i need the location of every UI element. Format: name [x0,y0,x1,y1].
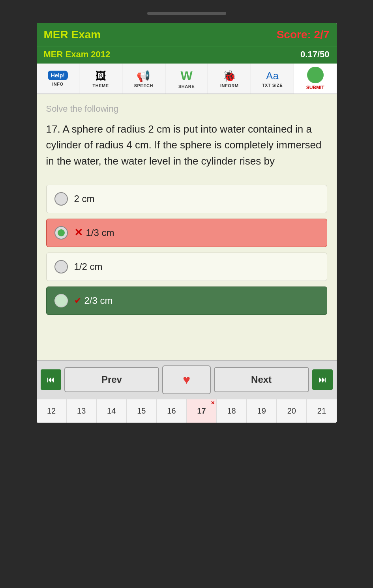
prev-button[interactable]: Prev [64,367,159,392]
header-sub: MER Exam 2012 0.17/50 [37,47,337,64]
inform-button[interactable]: 🐞 INFORM [208,64,251,94]
inform-label: INFORM [220,83,238,88]
share-button[interactable]: W SHARE [165,64,208,94]
radio-a [54,192,68,206]
txtsize-label: TXT SIZE [262,83,283,88]
page-18[interactable]: 18 [217,399,247,423]
app-container: MER Exam Score: 2/7 MER Exam 2012 0.17/5… [37,23,337,423]
option-d-text: 2/3 cm [84,295,113,306]
page-15[interactable]: 15 [127,399,157,423]
heart-icon: ♥ [183,373,190,387]
first-icon: ⏮ [47,375,55,384]
exam-subtitle: MER Exam 2012 [44,49,111,60]
last-button[interactable]: ⏭ [312,369,333,390]
question-instruction: Solve the following [46,104,327,114]
page-12[interactable]: 12 [37,399,67,423]
share-label: SHARE [178,84,195,89]
option-c-text: 1/2 cm [74,261,103,272]
speech-icon: 📢 [137,69,150,82]
next-label: Next [251,374,272,385]
option-d[interactable]: ✔ 2/3 cm [46,287,327,315]
page-13[interactable]: 13 [67,399,97,423]
app-score: Score: 2/7 [277,28,330,41]
speech-label: SPEECH [134,83,153,88]
option-a-text: 2 cm [74,193,95,204]
share-icon: W [180,69,192,83]
info-button[interactable]: Help! INFO [37,64,80,94]
wrong-mark: ✕ [74,227,83,239]
option-b[interactable]: ✕ 1/3 cm [46,219,327,247]
page-20[interactable]: 20 [277,399,307,423]
options-container: 2 cm ✕ 1/3 cm 1/2 cm ✔ 2/3 cm [37,185,337,328]
page-19[interactable]: 19 [247,399,277,423]
submit-label: SUBMIT [306,85,324,90]
question-area: Solve the following 17. A sphere of radi… [37,94,337,185]
option-c[interactable]: 1/2 cm [46,253,327,281]
next-button[interactable]: Next [214,367,309,392]
nav-bar: ⏮ Prev ♥ Next ⏭ [37,360,337,399]
notch-bar [147,12,226,15]
device-frame: MER Exam Score: 2/7 MER Exam 2012 0.17/5… [0,0,373,588]
submit-button[interactable]: SUBMIT [294,64,337,94]
header-top: MER Exam Score: 2/7 [37,23,337,47]
info-label: INFO [52,82,63,86]
page-strip: 12 13 14 15 16 17 18 19 20 21 [37,399,337,423]
option-a[interactable]: 2 cm [46,185,327,213]
question-text: 17. A sphere of radius 2 cm is put into … [46,121,327,169]
exam-progress: 0.17/50 [300,49,329,60]
txtsize-icon: Aa [266,70,279,82]
page-21[interactable]: 21 [307,399,336,423]
info-icon: Help! [48,71,68,80]
radio-b-inner [58,229,65,236]
app-title: MER Exam [44,28,101,41]
submit-circle-icon [307,67,324,83]
page-16[interactable]: 16 [157,399,187,423]
prev-label: Prev [101,374,122,385]
theme-label: THEME [93,83,109,88]
heart-button[interactable]: ♥ [162,365,210,394]
theme-button[interactable]: 🖼 THEME [79,64,122,94]
radio-b [54,226,68,240]
option-b-text: 1/3 cm [86,227,114,238]
page-14[interactable]: 14 [97,399,127,423]
toolbar: Help! INFO 🖼 THEME 📢 SPEECH W SHARE 🐞 IN… [37,64,337,94]
last-icon: ⏭ [319,375,326,384]
txtsize-button[interactable]: Aa TXT SIZE [251,64,294,94]
first-button[interactable]: ⏮ [41,369,61,390]
speech-button[interactable]: 📢 SPEECH [122,64,165,94]
radio-d [54,294,68,307]
inform-icon: 🐞 [223,69,236,82]
content-spacer [37,328,337,360]
radio-c [54,260,68,273]
theme-icon: 🖼 [95,69,106,82]
page-17[interactable]: 17 [187,399,217,423]
correct-mark: ✔ [74,296,81,306]
